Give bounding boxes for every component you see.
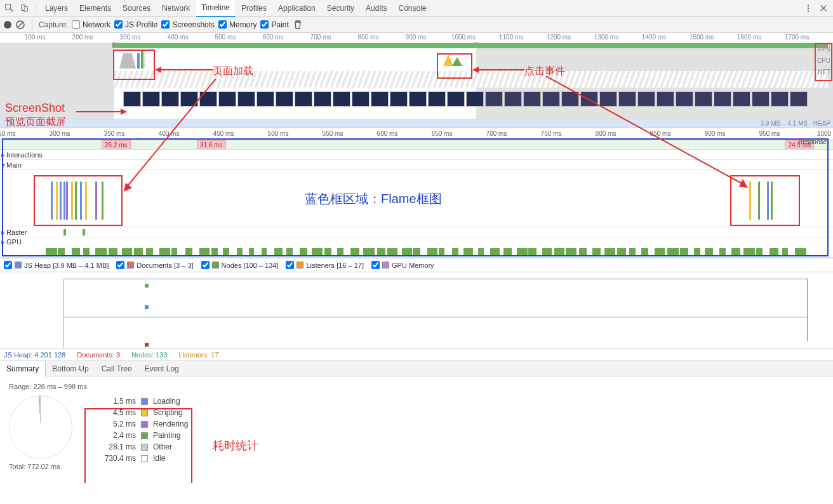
legend-nodes[interactable]: Nodes [100 – 134]: [201, 261, 279, 269]
capture-network[interactable]: Network: [72, 20, 110, 29]
summary-total: Total: 772.02 ms: [9, 463, 72, 470]
device-toggle-icon[interactable]: [18, 2, 32, 15]
capture-network-label: Network: [83, 20, 110, 29]
track-gpu-header[interactable]: ▸GPU: [0, 237, 833, 246]
track-interactions-label: Interactions: [6, 151, 43, 159]
status-nodes: Nodes: 133: [131, 351, 167, 359]
timeline-overview[interactable]: 100 ms200 ms300 ms400 ms500 ms600 ms700 …: [0, 33, 833, 128]
svg-marker-10: [443, 55, 453, 66]
svg-rect-2: [24, 6, 27, 11]
tab-summary[interactable]: Summary: [0, 361, 46, 376]
inspect-element-icon[interactable]: [3, 2, 17, 15]
summary-range: Range: 226 ms – 998 ms: [9, 383, 824, 390]
overview-cpu-strip: [114, 71, 828, 88]
response-label: Response: [798, 138, 827, 145]
memory-chart[interactable]: [0, 272, 833, 348]
svg-point-5: [808, 10, 809, 11]
svg-point-3: [808, 4, 809, 6]
track-main[interactable]: [0, 170, 833, 227]
collapse-icon[interactable]: ▾: [0, 161, 6, 169]
memory-marker-green: [145, 284, 149, 288]
track-gpu[interactable]: [0, 246, 833, 258]
tab-application[interactable]: Application: [273, 0, 321, 17]
close-icon[interactable]: [816, 2, 830, 15]
track-main-header[interactable]: ▾Main: [0, 160, 833, 170]
summary-pie: [9, 395, 72, 459]
tab-security[interactable]: Security: [322, 0, 359, 17]
status-listeners: Listeners: 17: [178, 351, 218, 359]
tab-profiles[interactable]: Profiles: [236, 0, 272, 17]
track-raster-label: Raster: [6, 229, 27, 236]
overview-heap-label: 3.9 MB – 4.1 MB: [761, 120, 808, 127]
kebab-menu-icon[interactable]: [801, 2, 815, 15]
expand-icon[interactable]: ▸: [0, 150, 6, 159]
track-gpu-label: GPU: [6, 238, 22, 246]
summary-legend: 1.5 msLoading4.5 msScripting5.2 msRender…: [98, 395, 188, 464]
devtools-main-toolbar: Layers Elements Sources Network Timeline…: [0, 0, 833, 17]
svg-marker-7: [119, 53, 136, 69]
memory-listener-line: [63, 279, 64, 348]
svg-point-4: [808, 7, 809, 8]
memory-nodes-line: [63, 317, 808, 317]
tab-eventlog[interactable]: Event Log: [138, 361, 185, 376]
memory-legend: JS Heap [3.9 MB – 4.1 MB] Documents [3 –…: [0, 258, 833, 272]
status-documents: Documents: 3: [77, 351, 120, 359]
tab-timeline[interactable]: Timeline: [196, 0, 235, 17]
flame-ruler: 250 ms300 ms350 ms400 ms450 ms500 ms550 …: [0, 128, 833, 140]
expand-icon[interactable]: ▸: [0, 228, 6, 237]
tab-layers[interactable]: Layers: [40, 0, 73, 17]
tab-calltree[interactable]: Call Tree: [95, 361, 138, 376]
svg-marker-11: [452, 57, 462, 66]
summary-panel: Range: 226 ms – 998 ms Total: 772.02 ms …: [0, 376, 833, 483]
tab-sources[interactable]: Sources: [117, 0, 156, 17]
capture-label: Capture:: [39, 20, 68, 29]
track-main-label: Main: [6, 161, 22, 169]
memory-marker-red: [145, 343, 149, 347]
memory-status: JS Heap: 4 201 128 Documents: 3 Nodes: 1…: [0, 348, 833, 361]
tab-console[interactable]: Console: [393, 0, 431, 17]
clear-icon[interactable]: [15, 20, 25, 30]
tab-audits[interactable]: Audits: [361, 0, 392, 17]
legend-listeners[interactable]: Listeners [16 – 17]: [286, 261, 364, 269]
overview-heap: [0, 119, 833, 128]
expand-icon[interactable]: ▸: [0, 237, 6, 246]
record-button[interactable]: [4, 21, 11, 29]
overview-screenshots: [123, 91, 828, 109]
badge-a: 26.2 ms: [102, 140, 131, 149]
legend-nodes-label: Nodes [100 – 134]: [222, 262, 279, 269]
memory-marker-blue: [145, 305, 149, 309]
flame-chart[interactable]: 250 ms300 ms350 ms400 ms450 ms500 ms550 …: [0, 128, 833, 258]
capture-paint[interactable]: Paint: [260, 20, 288, 29]
track-interactions[interactable]: ▸Interactions: [0, 150, 833, 160]
capture-jsprofile-label: JS Profile: [125, 20, 157, 29]
legend-gpumem[interactable]: GPU Memory: [371, 261, 434, 269]
legend-documents-label: Documents [3 – 3]: [137, 262, 193, 269]
annotation-box-side-labels: [815, 43, 832, 81]
separator: [32, 20, 32, 30]
separator: [36, 3, 36, 13]
flame-badges: 26.2 ms 31.6 ms 24.9 ms: [0, 140, 833, 150]
capture-paint-label: Paint: [271, 20, 288, 29]
memory-line: [63, 279, 808, 342]
overview-heap-right-label: HEAP: [813, 120, 830, 127]
details-tabs: Summary Bottom-Up Call Tree Event Log: [0, 361, 833, 376]
tab-bottomup[interactable]: Bottom-Up: [46, 361, 95, 376]
svg-rect-8: [137, 53, 140, 69]
legend-gpumem-label: GPU Memory: [392, 262, 434, 269]
overview-fps-strip: [0, 43, 833, 66]
tab-elements[interactable]: Elements: [74, 0, 116, 17]
capture-jsprofile[interactable]: JS Profile: [114, 20, 157, 29]
capture-memory-label: Memory: [229, 20, 257, 29]
tab-network[interactable]: Network: [157, 0, 195, 17]
track-raster[interactable]: ▸Raster: [0, 227, 833, 237]
badge-b: 31.6 ms: [197, 140, 226, 149]
capture-screenshots-label: Screenshots: [172, 20, 215, 29]
legend-jsheap[interactable]: JS Heap [3.9 MB – 4.1 MB]: [4, 261, 109, 269]
capture-screenshots[interactable]: Screenshots: [161, 20, 215, 29]
status-jsheap: JS Heap: 4 201 128: [4, 351, 65, 359]
legend-listeners-label: Listeners [16 – 17]: [306, 262, 364, 269]
timeline-toolbar: Capture: Network JS Profile Screenshots …: [0, 17, 833, 33]
capture-memory[interactable]: Memory: [218, 20, 257, 29]
legend-documents[interactable]: Documents [3 – 3]: [116, 261, 193, 269]
trash-icon[interactable]: [293, 20, 303, 30]
